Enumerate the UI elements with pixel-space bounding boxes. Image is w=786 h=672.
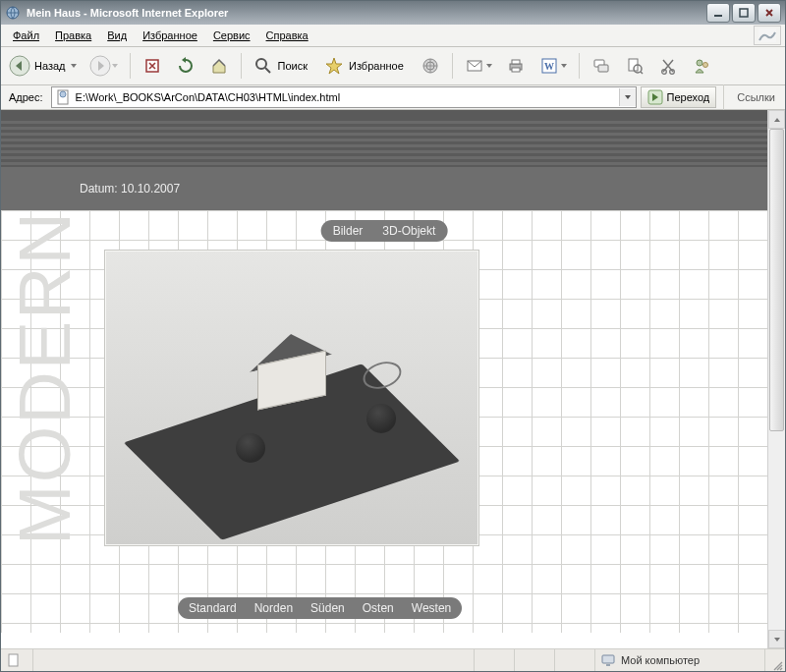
mail-icon [464,55,485,77]
view-norden[interactable]: Norden [246,597,302,619]
tab-3d-objekt[interactable]: 3D-Objekt [372,220,445,242]
svg-rect-29 [606,664,610,666]
menu-favorites[interactable]: Избранное [135,28,205,43]
refresh-icon [175,55,196,77]
side-text: MODERN [11,210,80,545]
stop-button[interactable] [138,52,167,80]
word-icon: W [538,55,560,77]
svg-rect-1 [714,15,722,17]
svg-rect-27 [9,654,18,666]
messenger-button[interactable] [687,52,716,80]
media-button[interactable] [416,52,445,80]
links-label[interactable]: Ссылки [731,91,781,103]
back-arrow-icon [9,55,30,77]
search-button[interactable]: Поиск [249,52,315,80]
tree-shape [236,433,265,463]
svg-rect-17 [598,65,608,72]
discuss-button[interactable] [587,52,616,80]
toolbar-separator [723,84,724,110]
house-model [257,358,326,403]
cut-button[interactable] [653,52,683,80]
menu-file[interactable]: Файл [5,28,47,43]
edit-button[interactable]: W [534,52,572,80]
menu-help[interactable]: Справка [258,28,316,43]
media-icon [420,55,441,77]
page-body: Datum: 10.10.2007 MODERN Bilder 3D-Objek… [1,110,767,648]
page-icon [56,89,72,105]
svg-rect-2 [740,9,748,17]
toolbar-separator [241,53,242,79]
header-band-solid: Datum: 10.10.2007 [1,167,767,210]
grid-body: MODERN Bilder 3D-Objekt [1,210,767,633]
resize-grip[interactable] [765,647,785,672]
address-bar: Адрес: E:\Work\_BOOKS\ArCon\DATA\CH03\HT… [1,85,785,110]
header-band-stripe [1,118,767,167]
svg-point-23 [702,63,707,68]
render-viewport [104,250,479,546]
view-standard[interactable]: Standard [180,597,246,619]
scroll-down-button[interactable] [768,630,785,648]
minimize-button[interactable] [706,3,730,23]
print-button[interactable] [501,52,531,80]
date-label: Datum: 10.10.2007 [80,182,180,196]
chevron-down-icon [70,62,78,70]
status-sep-1 [475,649,515,671]
scroll-up-button[interactable] [768,110,785,129]
back-button[interactable]: Назад [5,52,82,80]
svg-point-22 [697,60,702,66]
mail-button[interactable] [460,52,497,80]
vertical-scrollbar[interactable] [767,110,785,648]
toolbar-separator [452,53,453,79]
menu-view[interactable]: Вид [99,28,135,43]
svg-rect-12 [512,60,520,64]
status-text [33,649,475,671]
status-zone: Мой компьютер [595,649,765,671]
star-icon [323,55,345,77]
ie-logo-icon [5,5,21,21]
forward-button[interactable] [85,52,123,80]
view-direction-pill: Standard Norden Süden Osten Westen [178,597,462,619]
favorites-button[interactable]: Избранное [319,52,412,80]
svg-rect-28 [602,655,614,663]
maximize-button[interactable] [732,3,756,23]
my-computer-icon [601,653,615,667]
print-icon [505,55,527,77]
toolbar-separator [130,53,131,79]
svg-point-25 [60,91,66,97]
view-westen[interactable]: Westen [403,597,460,619]
close-button[interactable] [758,3,781,23]
side-text-wrap: MODERN [11,210,80,633]
refresh-button[interactable] [171,52,200,80]
go-arrow-icon [647,89,663,105]
discuss-icon [590,55,612,77]
address-url: E:\Work\_BOOKS\ArCon\DATA\CH03\HTML\inde… [76,91,619,103]
forward-arrow-icon [89,55,111,77]
go-button[interactable]: Переход [641,86,717,108]
view-suden[interactable]: Süden [302,597,354,619]
content-area: Datum: 10.10.2007 MODERN Bilder 3D-Objek… [1,110,785,648]
address-dropdown-button[interactable] [619,88,636,106]
address-combo[interactable]: E:\Work\_BOOKS\ArCon\DATA\CH03\HTML\inde… [51,86,637,108]
status-sep-2 [515,649,555,671]
toolbar: Назад Поиск Избранное [1,47,785,85]
address-label: Адрес: [5,91,47,103]
cut-icon [657,55,679,77]
scroll-thumb[interactable] [769,129,784,431]
header-band-top [1,110,767,118]
status-zone-label: Мой компьютер [621,654,700,666]
status-bar: Мой компьютер [1,648,785,671]
scroll-track[interactable] [768,129,785,630]
view-osten[interactable]: Osten [354,597,403,619]
chevron-down-icon [560,62,568,70]
search-icon [253,55,274,77]
status-page-icon [1,649,33,671]
throbber-icon [754,26,781,45]
home-button[interactable] [204,52,234,80]
menu-tools[interactable]: Сервис [205,28,258,43]
research-button[interactable] [620,52,649,80]
home-icon [208,55,230,77]
menu-edit[interactable]: Правка [47,28,99,43]
tab-bilder[interactable]: Bilder [323,220,373,242]
svg-rect-13 [512,68,520,72]
browser-window: Mein Haus - Microsoft Internet Explorer … [0,0,786,672]
